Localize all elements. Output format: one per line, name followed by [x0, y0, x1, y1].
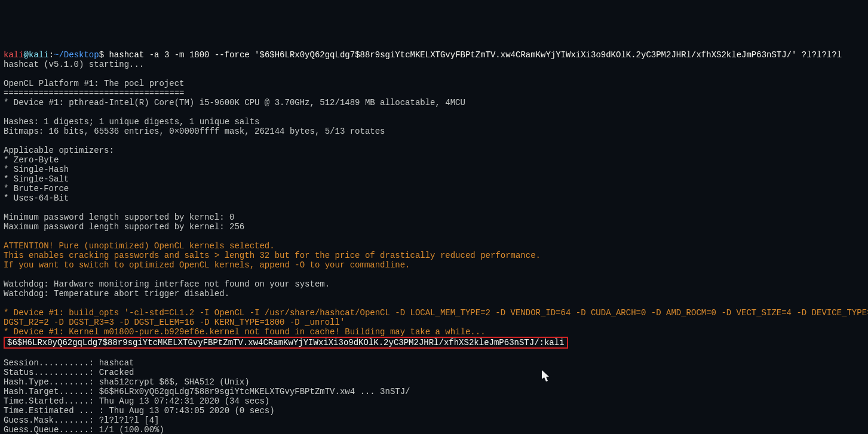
- session-line: Hash.Type........: sha512crypt $6$, SHA5…: [4, 377, 250, 387]
- prompt-user: kali: [4, 50, 24, 60]
- session-line: Status...........: Cracked: [4, 368, 134, 377]
- prompt-colon: :: [49, 50, 54, 60]
- build-opts-line: * Device #1: Kernel m01800-pure.b929ef6e…: [4, 327, 486, 337]
- output-line: hashcat (v5.1.0) starting...: [4, 60, 144, 69]
- output-line: Watchdog: Temperature abort trigger disa…: [4, 289, 229, 298]
- warning-line: This enables cracking passwords and salt…: [4, 251, 541, 260]
- session-line: Guess.Queue......: 1/1 (100.00%): [4, 425, 164, 434]
- output-line: Maximum password length supported by ker…: [4, 222, 244, 232]
- output-line: Watchdog: Hardware monitoring interface …: [4, 279, 330, 289]
- output-line: Bitmaps: 16 bits, 65536 entries, 0×0000f…: [4, 127, 385, 136]
- output-line: OpenCL Platform #1: The pocl project: [4, 79, 184, 88]
- output-line: Hashes: 1 digests; 1 unique digests, 1 u…: [4, 117, 259, 127]
- output-line: * Single-Salt: [4, 174, 69, 184]
- prompt-host: kali: [29, 50, 49, 60]
- cracked-hash-highlight: $6$H6LRx0yQ62gqLdg7$88r9sgiYtcMKELXTGvyF…: [4, 337, 568, 349]
- mouse-cursor-icon: [542, 370, 551, 382]
- prompt-path: ~/Desktop: [54, 50, 99, 60]
- session-line: Hash.Target......: $6$H6LRx0yQ62gqLdg7$8…: [4, 387, 410, 396]
- build-opts-line: DGST_R2=2 -D DGST_R3=3 -D DGST_ELEM=16 -…: [4, 318, 345, 327]
- command-line[interactable]: hashcat -a 3 -m 1800 --force '$6$H6LRx0y…: [104, 50, 842, 60]
- warning-line: If you want to switch to optimized OpenC…: [4, 260, 410, 270]
- output-line: * Uses-64-Bit: [4, 193, 69, 203]
- warning-line: ATTENTION! Pure (unoptimized) OpenCL ker…: [4, 241, 275, 251]
- session-line: Time.Estimated ... : Thu Aug 13 07:43:05…: [4, 406, 275, 415]
- session-line: Time.Started.....: Thu Aug 13 07:42:31 2…: [4, 396, 269, 406]
- prompt-dollar: $: [99, 50, 104, 60]
- output-line: * Zero-Byte: [4, 155, 59, 165]
- session-line: Guess.Mask.......: ?l?l?l?l [4]: [4, 415, 159, 425]
- session-line: Session..........: hashcat: [4, 358, 134, 368]
- output-line: ====================================: [4, 88, 184, 98]
- prompt-at: @: [24, 50, 29, 60]
- output-line: * Brute-Force: [4, 184, 69, 193]
- output-line: * Single-Hash: [4, 165, 69, 174]
- output-line: Applicable optimizers:: [4, 146, 114, 155]
- output-line: * Device #1: pthread-Intel(R) Core(TM) i…: [4, 98, 465, 107]
- output-line: Minimum password length supported by ker…: [4, 213, 234, 222]
- build-opts-line: * Device #1: build_opts '-cl-std=CL1.2 -…: [4, 308, 868, 318]
- terminal-window[interactable]: kali@kali:~/Desktop$ hashcat -a 3 -m 180…: [0, 48, 868, 434]
